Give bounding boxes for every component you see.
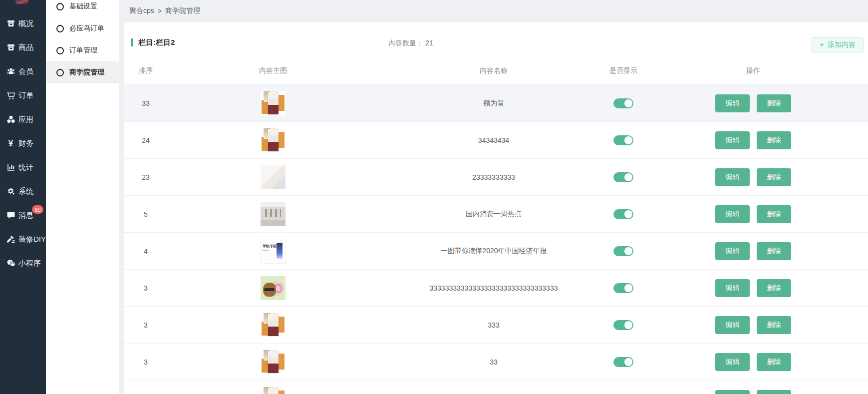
sidebar-item-统计[interactable]: 统计 <box>0 155 46 179</box>
thumbnail-cell <box>167 270 379 306</box>
actions-cell: 编辑删除 <box>638 196 868 232</box>
table-row: 5国内消费一周热点编辑删除 <box>124 196 868 233</box>
edit-button[interactable]: 编辑 <box>715 205 750 223</box>
content-thumbnail[interactable] <box>261 276 286 300</box>
delete-button[interactable]: 删除 <box>757 205 791 223</box>
visibility-toggle[interactable] <box>613 135 633 145</box>
edit-button[interactable]: 编辑 <box>715 390 750 394</box>
submenu-item-基础设置[interactable]: 基础设置 <box>46 0 119 17</box>
breadcrumb-item-current: 商学院管理 <box>165 6 200 15</box>
column-header-actions: 操作 <box>638 57 868 84</box>
column-header-visibility: 是否显示 <box>608 57 638 84</box>
content-name: 333333333333333333333333333333333 <box>379 270 608 306</box>
content-thumbnail[interactable] <box>261 91 286 115</box>
sort-value: 3 <box>124 381 167 394</box>
content-count-value: 21 <box>425 39 433 47</box>
delete-button[interactable]: 删除 <box>757 94 791 112</box>
edit-button[interactable]: 编辑 <box>715 279 750 297</box>
goods-box-icon <box>6 43 15 52</box>
card-header: 栏目:栏目2 内容数量：21 + 添加内容 <box>124 22 868 57</box>
content-thumbnail[interactable]: 手机专区 <box>260 239 286 264</box>
sidebar-item-装修DIY[interactable]: 装修DIY <box>0 227 46 251</box>
content-thumbnail[interactable] <box>261 128 286 152</box>
content-thumbnail[interactable] <box>261 387 286 394</box>
submenu-item-必应鸟订单[interactable]: 必应鸟订单 <box>46 17 119 39</box>
sidebar-item-系统[interactable]: 系统 <box>0 179 46 203</box>
edit-button[interactable]: 编辑 <box>715 353 750 371</box>
sidebar-item-label: 统计 <box>18 163 33 172</box>
delete-button[interactable]: 删除 <box>757 316 791 334</box>
sidebar-item-会员[interactable]: 会员 <box>0 59 46 83</box>
content-name: 国内消费一周热点 <box>379 196 608 232</box>
breadcrumb-item-parent[interactable]: 聚合cps <box>129 6 154 15</box>
miniprogram-wechat-icon <box>6 259 15 268</box>
actions-cell: 编辑删除 <box>638 159 868 195</box>
delete-button[interactable]: 删除 <box>757 168 791 186</box>
sidebar-item-label: 会员 <box>18 67 33 76</box>
add-content-button[interactable]: + 添加内容 <box>812 37 864 52</box>
content-count-label: 内容数量： <box>388 39 423 47</box>
stats-chart-icon <box>6 163 15 172</box>
visibility-toggle[interactable] <box>613 357 633 367</box>
avatar[interactable] <box>15 0 28 4</box>
sidebar-item-label: 系统 <box>18 187 33 196</box>
radio-circle-icon <box>56 69 64 76</box>
visibility-toggle[interactable] <box>613 246 633 256</box>
sidebar-item-财务[interactable]: ¥财务 <box>0 131 46 155</box>
toggle-knob <box>624 284 632 292</box>
sidebar-item-概况[interactable]: 概况 <box>0 11 46 35</box>
actions-cell: 编辑删除 <box>638 344 868 380</box>
sidebar-item-小程序[interactable]: 小程序 <box>0 251 46 275</box>
sidebar-item-消息[interactable]: 消息60 <box>0 203 46 227</box>
thumbnail-cell <box>167 85 379 121</box>
delete-button[interactable]: 删除 <box>757 242 791 260</box>
visibility-cell <box>608 381 638 394</box>
sidebar-item-label: 小程序 <box>18 259 41 268</box>
system-gear-icon <box>6 187 15 196</box>
content-thumbnail[interactable] <box>261 202 286 226</box>
content-thumbnail[interactable] <box>261 313 286 337</box>
column-header-name: 内容名称 <box>379 57 608 84</box>
visibility-toggle[interactable] <box>613 98 633 108</box>
visibility-toggle[interactable] <box>613 172 633 182</box>
messages-chat-icon <box>6 211 15 220</box>
edit-button[interactable]: 编辑 <box>715 242 750 260</box>
plus-icon: + <box>820 41 824 49</box>
actions-cell: 编辑删除 <box>638 233 868 269</box>
title-accent-bar <box>131 38 133 46</box>
toggle-knob <box>624 358 632 366</box>
content-thumbnail[interactable] <box>261 165 286 189</box>
thumb-caption: 手机专区 <box>263 244 277 249</box>
actions-cell: 编辑删除 <box>638 307 868 343</box>
sort-value: 24 <box>124 122 167 158</box>
sidebar-item-商品[interactable]: 商品 <box>0 35 46 59</box>
delete-button[interactable]: 删除 <box>757 131 791 149</box>
overview-box-icon <box>6 19 15 28</box>
visibility-cell <box>608 307 638 343</box>
sidebar-item-订单[interactable]: 订单 <box>0 83 46 107</box>
sort-value: 3 <box>124 344 167 380</box>
sidebar-item-应用[interactable]: 应用 <box>0 107 46 131</box>
edit-button[interactable]: 编辑 <box>715 168 750 186</box>
visibility-toggle[interactable] <box>613 209 633 219</box>
content-thumbnail[interactable] <box>261 350 286 374</box>
actions-cell: 编辑删除 <box>638 85 868 121</box>
delete-button[interactable]: 删除 <box>757 353 791 371</box>
content-name: 33 <box>379 381 608 394</box>
primary-sidebar-nav: 概况商品会员订单应用¥财务统计系统消息60装修DIY小程序 <box>0 0 46 275</box>
visibility-toggle[interactable] <box>613 283 633 293</box>
main-content: 聚合cps > 商学院管理 栏目:栏目2 内容数量：21 + 添加内容 排序 内… <box>119 0 868 394</box>
actions-cell: 编辑删除 <box>638 381 868 394</box>
edit-button[interactable]: 编辑 <box>715 316 750 334</box>
edit-button[interactable]: 编辑 <box>715 94 750 112</box>
visibility-toggle[interactable] <box>613 320 633 330</box>
submenu-item-商学院管理[interactable]: 商学院管理 <box>46 61 119 83</box>
table-row: 33额为翁编辑删除 <box>124 85 868 122</box>
thumbnail-cell <box>167 159 379 195</box>
page-title: 栏目:栏目2 <box>138 38 175 47</box>
submenu-item-订单管理[interactable]: 订单管理 <box>46 39 119 61</box>
edit-button[interactable]: 编辑 <box>715 131 750 149</box>
thumbnail-cell <box>167 196 379 232</box>
delete-button[interactable]: 删除 <box>757 390 791 394</box>
delete-button[interactable]: 删除 <box>757 279 791 297</box>
